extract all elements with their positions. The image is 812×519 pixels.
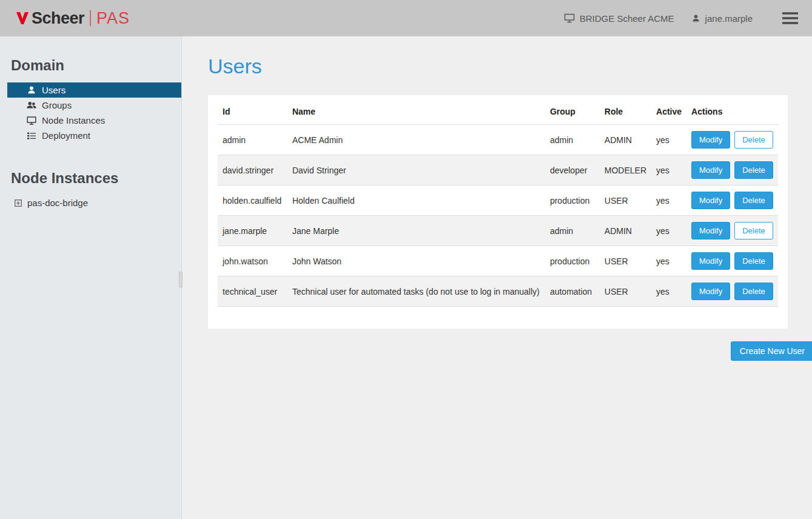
cell-group: admin — [545, 125, 600, 155]
product-text: PAS — [96, 9, 130, 28]
cell-active: yes — [651, 246, 686, 276]
cell-name: David Stringer — [287, 155, 545, 186]
expand-plus-icon[interactable] — [15, 199, 22, 207]
table-row: admin ACME Admin admin ADMIN yes Modify … — [218, 125, 778, 155]
cell-group: automation — [545, 276, 600, 307]
sidebar-item-users[interactable]: Users — [7, 82, 181, 98]
node-instances-heading: Node Instances — [0, 170, 181, 187]
cell-actions: Modify Delete — [686, 276, 778, 307]
column-header-name: Name — [287, 96, 545, 125]
instance-label: BRIDGE Scheer ACME — [580, 13, 674, 24]
column-header-actions: Actions — [686, 96, 778, 125]
top-bar: Scheer PAS BRIDGE Scheer ACME jane.marpl… — [0, 0, 812, 36]
cell-group: admin — [545, 216, 600, 246]
cell-active: yes — [651, 155, 686, 186]
sidebar-resize-handle[interactable] — [179, 272, 183, 287]
sidebar-item-label: Node Instances — [42, 115, 105, 126]
cell-role: USER — [600, 186, 651, 216]
scheer-logo-mark — [16, 11, 29, 25]
create-new-user-button[interactable]: Create New User — [731, 341, 812, 361]
modify-button[interactable]: Modify — [691, 161, 730, 179]
current-user[interactable]: jane.marple — [691, 13, 753, 24]
cell-group: developer — [545, 155, 600, 186]
table-row: david.stringer David Stringer developer … — [218, 155, 778, 186]
delete-button[interactable]: Delete — [734, 252, 773, 270]
group-icon — [27, 101, 36, 110]
sidebar-item-label: Groups — [42, 100, 72, 110]
tree-item-label: pas-doc-bridge — [27, 198, 88, 208]
cell-id: john.watson — [218, 246, 287, 276]
modify-button[interactable]: Modify — [691, 222, 730, 239]
table-header-row: Id Name Group Role Active Actions — [218, 96, 778, 125]
delete-button[interactable]: Delete — [734, 131, 773, 149]
delete-button[interactable]: Delete — [734, 192, 773, 209]
delete-button[interactable]: Delete — [734, 161, 773, 179]
instance-indicator: BRIDGE Scheer ACME — [564, 13, 674, 24]
cell-group: production — [545, 186, 600, 216]
cell-id: holden.caulfield — [218, 186, 287, 216]
cell-actions: Modify Delete — [686, 125, 778, 155]
domain-heading: Domain — [0, 57, 181, 74]
cell-active: yes — [651, 125, 686, 155]
main-area: Users Id Name Group Role Active Actions — [182, 36, 812, 519]
cell-name: John Watson — [287, 246, 545, 276]
cell-name: Jane Marple — [287, 216, 545, 246]
deployment-icon — [27, 131, 36, 141]
cell-actions: Modify Delete — [686, 246, 778, 276]
cell-actions: Modify Delete — [686, 155, 778, 186]
table-row: holden.caulfield Holden Caulfield produc… — [218, 186, 778, 216]
user-icon — [691, 14, 700, 23]
cell-id: technical_user — [218, 276, 287, 307]
cell-role: USER — [600, 246, 651, 276]
cell-actions: Modify Delete — [686, 216, 778, 246]
brand-text: Scheer — [32, 9, 84, 28]
cell-name: Holden Caulfield — [287, 186, 545, 216]
modify-button[interactable]: Modify — [691, 252, 730, 270]
column-header-active: Active — [651, 96, 686, 125]
cell-group: production — [545, 246, 600, 276]
sidebar-item-deployment[interactable]: Deployment — [7, 128, 181, 143]
cell-role: ADMIN — [600, 216, 651, 246]
delete-button[interactable]: Delete — [734, 222, 773, 239]
cell-role: USER — [600, 276, 651, 307]
sidebar-item-label: Users — [42, 85, 65, 95]
users-table: Id Name Group Role Active Actions admin … — [218, 96, 778, 307]
tree-item-pas-doc-bridge[interactable]: pas-doc-bridge — [0, 195, 181, 210]
cell-actions: Modify Delete — [686, 186, 778, 216]
modify-button[interactable]: Modify — [691, 192, 730, 209]
cell-role: MODELER — [600, 155, 651, 186]
column-header-group: Group — [545, 96, 600, 125]
page-title: Users — [208, 55, 788, 78]
menu-icon[interactable] — [782, 12, 799, 25]
users-card: Id Name Group Role Active Actions admin … — [208, 95, 788, 329]
modify-button[interactable]: Modify — [691, 131, 730, 149]
cell-active: yes — [651, 186, 686, 216]
modify-button[interactable]: Modify — [691, 283, 730, 300]
cell-id: jane.marple — [218, 216, 287, 246]
user-icon — [27, 85, 36, 95]
column-header-role: Role — [600, 96, 651, 125]
cell-active: yes — [651, 216, 686, 246]
sidebar-item-groups[interactable]: Groups — [7, 98, 181, 113]
table-row: john.watson John Watson production USER … — [218, 246, 778, 276]
sidebar: Domain Users Groups — [0, 36, 182, 519]
cell-name: Technical user for automated tasks (do n… — [287, 276, 545, 307]
table-row: jane.marple Jane Marple admin ADMIN yes … — [218, 216, 778, 246]
monitor-icon — [564, 13, 575, 23]
logo-separator — [90, 10, 91, 26]
cell-name: ACME Admin — [287, 125, 545, 155]
column-header-id: Id — [218, 96, 287, 125]
current-user-label: jane.marple — [705, 13, 753, 24]
monitor-icon — [27, 116, 36, 126]
cell-id: admin — [218, 125, 287, 155]
users-table-body: admin ACME Admin admin ADMIN yes Modify … — [218, 125, 778, 307]
sidebar-item-label: Deployment — [42, 130, 90, 141]
sidebar-item-node-instances[interactable]: Node Instances — [7, 113, 181, 128]
cell-id: david.stringer — [218, 155, 287, 186]
scheer-pas-logo: Scheer PAS — [16, 9, 130, 28]
cell-active: yes — [651, 276, 686, 307]
delete-button[interactable]: Delete — [734, 283, 773, 300]
table-row: technical_user Technical user for automa… — [218, 276, 778, 307]
header-right: BRIDGE Scheer ACME jane.marple — [564, 12, 799, 25]
domain-nav: Users Groups Node Instances — [0, 82, 181, 143]
